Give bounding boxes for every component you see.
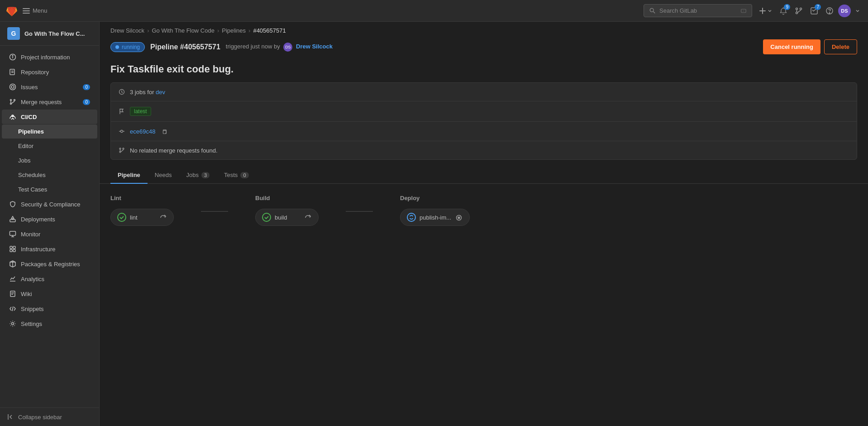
svg-point-55 [409,215,413,219]
sidebar-label-jobs: Jobs [18,157,30,164]
tab-pipeline-label: Pipeline [118,172,140,178]
sidebar-item-repository[interactable]: Repository [2,65,97,79]
package-icon [9,260,16,268]
sidebar-item-packages-registries[interactable]: Packages & Registries [2,257,97,271]
build-job-retry-button[interactable] [304,213,312,222]
merge-icon [795,7,803,15]
svg-rect-1 [23,10,30,11]
sidebar-item-schedules[interactable]: Schedules [2,168,97,182]
todos-button[interactable]: 7 [807,4,821,18]
sidebar-label-wiki: Wiki [21,291,32,297]
navbar-center: Search GitLab / 9 [53,4,863,18]
svg-point-21 [11,86,14,88]
notifications-button[interactable]: 9 [777,4,790,18]
pipeline-visualization: Lint lint [100,184,868,237]
sidebar-item-wiki[interactable]: Wiki [2,287,97,301]
search-kbd-icon: / [741,8,746,14]
retry-icon [305,215,311,221]
svg-rect-35 [10,249,12,252]
pipeline-title-group: running Pipeline #405657571 triggered ju… [110,42,333,52]
sidebar-item-infrastructure[interactable]: Infrastructure [2,242,97,256]
jobs-for-label: 3 jobs for dev [130,89,165,96]
sidebar-item-project-information[interactable]: Project information [2,50,97,64]
user-menu-chevron[interactable] [853,6,863,16]
svg-rect-30 [10,231,16,235]
issues-icon [9,83,16,91]
lint-job-retry-button[interactable] [159,213,167,222]
menu-button[interactable]: Menu [23,7,48,14]
publish-job-cancel-button[interactable] [455,213,463,222]
svg-point-23 [10,100,12,101]
info-icon [9,53,16,61]
cicd-icon [9,113,16,120]
sidebar-item-cicd[interactable]: CI/CD [2,110,97,124]
sidebar-item-security-compliance[interactable]: Security & Compliance [2,197,97,211]
sidebar-label-snippets: Snippets [21,306,44,312]
sidebar-item-monitor[interactable]: Monitor [2,227,97,241]
sidebar-label-repository: Repository [21,69,49,76]
search-box[interactable]: Search GitLab / [644,4,752,17]
collapse-sidebar-label: Collapse sidebar [18,414,62,421]
lint-stage: Lint lint [110,195,174,226]
sidebar-item-pipelines[interactable]: Pipelines [2,124,97,139]
sidebar-item-settings[interactable]: Settings [2,316,97,331]
settings-icon [9,320,16,327]
sidebar-item-jobs[interactable]: Jobs [2,153,97,168]
user-avatar[interactable]: DS [838,5,851,17]
sidebar-item-issues[interactable]: Issues 0 [2,80,97,94]
svg-point-47 [121,130,123,133]
breadcrumb-project[interactable]: Go With The Flow Code [152,27,214,34]
svg-point-3 [650,8,653,12]
svg-point-22 [10,84,16,90]
svg-point-24 [14,100,15,101]
sidebar-item-merge-requests[interactable]: Merge requests 0 [2,95,97,109]
collapse-sidebar-button[interactable]: Collapse sidebar [0,407,99,426]
sidebar-item-test-cases[interactable]: Test Cases [2,182,97,196]
clock-icon [118,88,125,96]
sidebar-label-cicd: CI/CD [21,114,37,120]
publish-job: publish-im... [400,209,470,226]
tab-jobs[interactable]: Jobs 3 [179,167,217,184]
svg-text:/: / [743,10,744,12]
pipeline-user-avatar: DS [283,43,292,52]
branch-link[interactable]: dev [156,89,165,96]
menu-label: Menu [33,7,48,14]
navbar: Menu Search GitLab / [0,0,868,22]
svg-point-18 [12,55,13,56]
tab-jobs-count: 3 [201,172,210,178]
merge-requests-button[interactable] [792,4,806,18]
merge-requests-badge: 0 [83,99,90,105]
sidebar-item-snippets[interactable]: Snippets [2,302,97,316]
sidebar-item-analytics[interactable]: Analytics [2,272,97,286]
retry-icon [160,215,166,221]
sidebar-item-editor[interactable]: Editor [2,139,97,153]
build-stage: Build build [255,195,319,226]
project-name: Go With The Flow C... [24,30,85,37]
cancel-running-button[interactable]: Cancel running [763,39,820,54]
chevron-down-icon [855,9,860,13]
tab-tests[interactable]: Tests 0 [217,167,256,184]
book-icon [9,68,16,76]
svg-rect-34 [13,246,15,249]
svg-point-11 [796,12,798,14]
chevron-down-icon [768,9,772,13]
sidebar-label-editor: Editor [18,143,33,149]
svg-point-9 [796,8,798,10]
plus-icon [758,7,767,15]
copy-commit-button[interactable] [160,127,169,135]
wiki-icon [9,290,16,297]
delete-button[interactable]: Delete [824,39,857,54]
help-button[interactable] [823,4,836,18]
breadcrumb-drew-silcock[interactable]: Drew Silcock [110,27,144,34]
tab-pipeline[interactable]: Pipeline [110,167,148,184]
breadcrumb-pipelines[interactable]: Pipelines [222,27,246,34]
sidebar-label-deployments: Deployments [21,216,55,223]
notification-count: 9 [784,4,790,10]
navbar-left: Menu [5,5,48,17]
tab-needs[interactable]: Needs [148,167,179,184]
sidebar-item-deployments[interactable]: Deployments [2,212,97,226]
commit-hash-link[interactable]: ece69c48 [130,128,155,135]
svg-point-15 [829,12,830,13]
deploy-stage: Deploy publish-im... [400,195,470,226]
plus-button[interactable] [756,4,775,18]
